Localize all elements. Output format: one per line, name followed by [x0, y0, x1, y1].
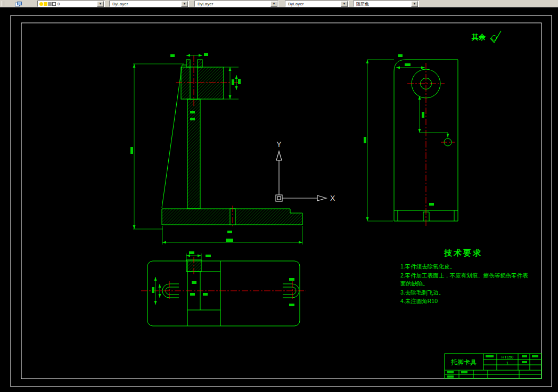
color-control-combo[interactable]: ByLayer ▾: [109, 1, 189, 7]
top-view-dimensions[interactable]: [152, 251, 294, 306]
layer-thaw-icon: [44, 2, 47, 6]
layer-manager-button[interactable]: [13, 1, 23, 7]
chevron-down-icon[interactable]: ▾: [181, 1, 188, 7]
quantity: 1: [506, 361, 508, 365]
lineweight-control-combo[interactable]: ByLayer ▾: [285, 1, 349, 7]
part-name: 托脚卡具: [450, 358, 477, 366]
chevron-down-icon[interactable]: ▾: [341, 1, 348, 7]
drawing-canvas[interactable]: Y X 其余 托脚卡具 HT150 1: [0, 7, 558, 392]
side-view[interactable]: [364, 54, 458, 226]
top-view[interactable]: [141, 251, 306, 326]
layer-color-icon: [52, 2, 56, 6]
ucs-icon: Y X: [276, 140, 335, 202]
side-centerlines[interactable]: [407, 63, 455, 226]
surface-roughness-note[interactable]: 其余: [471, 31, 501, 43]
side-outline[interactable]: [394, 60, 458, 221]
tech-requirement-item: 1.零件须去除氧化皮。: [400, 263, 528, 271]
x-axis-arrowhead: [317, 195, 326, 201]
front-view[interactable]: [130, 53, 302, 244]
y-axis-label: Y: [276, 140, 282, 149]
layer-lock-icon: [48, 2, 52, 6]
tech-requirement-item: 3.去除毛刺飞边。: [400, 289, 528, 297]
tech-requirements[interactable]: 技术要求 1.零件须去除氧化皮。 2.零件加工表面上，不应有划痕、擦伤等损伤零件…: [400, 248, 528, 306]
layer-control-combo[interactable]: 0 ▾: [37, 1, 105, 7]
material: HT150: [502, 355, 514, 360]
top-outline[interactable]: [147, 261, 300, 326]
chevron-down-icon[interactable]: ▾: [97, 1, 104, 7]
side-view-dimensions[interactable]: [364, 54, 448, 221]
surface-note-text: 其余: [471, 33, 486, 41]
chevron-down-icon[interactable]: ▾: [411, 1, 418, 7]
tech-requirement-item: 4.未注圆角R10: [400, 297, 528, 306]
toolbar-grip[interactable]: [2, 1, 4, 6]
linetype-value: ByLayer: [198, 2, 270, 6]
layers-icon: [15, 2, 21, 6]
plotstyle-value: 随层色: [356, 1, 411, 7]
layer-on-icon: [39, 2, 43, 6]
top-centerlines[interactable]: [141, 257, 306, 300]
tech-requirements-title: 技术要求: [444, 248, 528, 258]
x-axis-label: X: [330, 194, 335, 202]
plotstyle-control-combo[interactable]: 随层色 ▾: [353, 1, 419, 7]
lineweight-value: ByLayer: [288, 2, 341, 6]
gusset-slant-edge[interactable]: [162, 65, 182, 208]
chevron-down-icon[interactable]: ▾: [270, 1, 277, 7]
linetype-control-combo[interactable]: ByLayer ▾: [194, 1, 278, 7]
title-block[interactable]: 托脚卡具 HT150 1: [445, 354, 541, 379]
properties-toolbar: 0 ▾ ByLayer ▾ ByLayer ▾ ByLayer ▾ 随层色 ▾: [0, 0, 558, 7]
y-axis-arrowhead: [276, 151, 282, 160]
tech-requirement-item: 2.零件加工表面上，不应有划痕、擦伤等损伤零件表面的缺陷。: [400, 272, 528, 288]
roughness-symbol-icon: [490, 31, 501, 43]
color-value: ByLayer: [112, 2, 181, 6]
layer-name-value: 0: [58, 2, 97, 6]
tech-requirements-list: 1.零件须去除氧化皮。 2.零件加工表面上，不应有划痕、擦伤等损伤零件表面的缺陷…: [400, 263, 528, 306]
